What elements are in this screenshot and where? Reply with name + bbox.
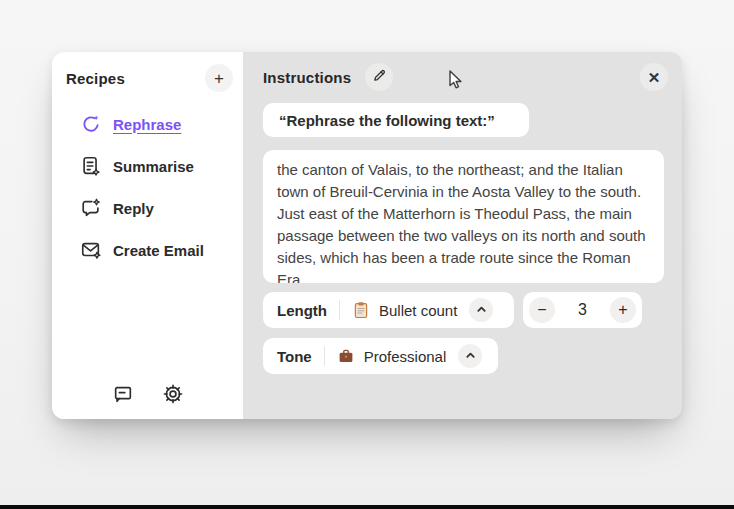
summarise-icon bbox=[80, 155, 102, 177]
divider bbox=[339, 300, 340, 320]
sidebar-item-label: Rephrase bbox=[113, 116, 181, 133]
increment-button[interactable]: + bbox=[610, 297, 636, 323]
reply-icon bbox=[80, 197, 102, 219]
length-label: Length bbox=[277, 302, 327, 319]
tone-collapse-button[interactable] bbox=[458, 344, 482, 368]
create-email-icon bbox=[80, 239, 102, 261]
panel-title: Instructions bbox=[263, 69, 351, 86]
sidebar-item-create-email[interactable]: Create Email bbox=[80, 229, 237, 271]
sidebar: Recipes + Rephrase bbox=[52, 52, 243, 419]
tone-label: Tone bbox=[277, 348, 312, 365]
sidebar-item-summarise[interactable]: Summarise bbox=[80, 145, 237, 187]
close-icon: ✕ bbox=[648, 70, 661, 85]
clipboard-icon bbox=[352, 301, 370, 319]
tone-value: Professional bbox=[364, 348, 447, 365]
sidebar-item-label: Create Email bbox=[113, 242, 204, 259]
add-recipe-button[interactable]: + bbox=[205, 64, 233, 92]
pencil-icon bbox=[372, 68, 387, 86]
desktop-background: Recipes + Rephrase bbox=[0, 0, 734, 509]
settings-gear-icon[interactable] bbox=[162, 383, 184, 405]
sidebar-item-reply[interactable]: Reply bbox=[80, 187, 237, 229]
tone-dropdown[interactable]: Tone Professional bbox=[263, 338, 498, 374]
sidebar-item-rephrase[interactable]: Rephrase bbox=[80, 103, 237, 145]
bullet-count-stepper: − 3 + bbox=[523, 292, 642, 328]
recipe-list: Rephrase Summarise bbox=[80, 103, 237, 271]
rephrase-icon bbox=[80, 113, 102, 135]
length-value: Bullet count bbox=[379, 302, 457, 319]
sidebar-item-label: Summarise bbox=[113, 158, 194, 175]
sidebar-header: Recipes + bbox=[66, 64, 233, 92]
chevron-up-icon bbox=[465, 349, 476, 364]
recipes-dialog-window: Recipes + Rephrase bbox=[52, 52, 682, 419]
sidebar-title: Recipes bbox=[66, 70, 125, 87]
decrement-button[interactable]: − bbox=[529, 297, 555, 323]
prompt-pill: “Rephrase the following text:” bbox=[263, 103, 529, 137]
divider bbox=[324, 346, 325, 366]
screen-bottom-edge bbox=[0, 505, 734, 509]
instruction-text-input[interactable]: the canton of Valais, to the northeast; … bbox=[263, 150, 664, 283]
edit-instructions-button[interactable] bbox=[365, 63, 393, 91]
feedback-icon[interactable] bbox=[112, 383, 134, 405]
sidebar-footer bbox=[52, 383, 243, 405]
sidebar-item-label: Reply bbox=[113, 200, 154, 217]
main-header: Instructions ✕ bbox=[263, 63, 668, 91]
length-collapse-button[interactable] bbox=[469, 298, 493, 322]
instructions-panel: Instructions ✕ “Rephrase the following t… bbox=[243, 52, 682, 419]
briefcase-icon bbox=[337, 347, 355, 365]
length-dropdown[interactable]: Length Bullet count bbox=[263, 292, 514, 328]
close-button[interactable]: ✕ bbox=[640, 63, 668, 91]
counter-value: 3 bbox=[578, 301, 587, 319]
chevron-up-icon bbox=[476, 303, 487, 318]
